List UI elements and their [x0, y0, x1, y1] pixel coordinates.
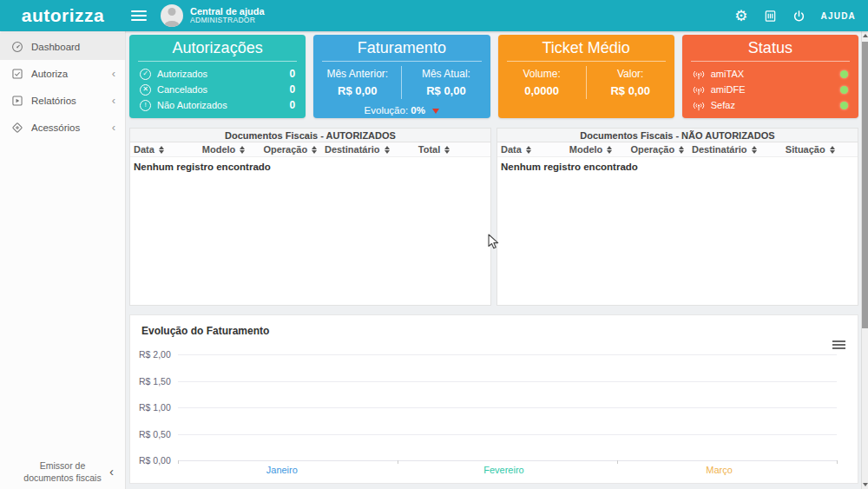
column-header-operacao[interactable]: Operação	[260, 144, 321, 155]
page-scrollbar[interactable]	[861, 31, 868, 489]
avatar-body-shape	[165, 21, 180, 27]
sidebar-item-label: Relatórios	[31, 96, 76, 106]
company-icon[interactable]	[764, 10, 777, 23]
row-value: 0	[290, 68, 296, 80]
chart-card: Evolução do Faturamento R$ 2,00 R$ 1,50 …	[129, 314, 858, 484]
status-row-sefaz: Sefaz	[682, 97, 858, 113]
chart-menu-icon[interactable]	[832, 340, 845, 349]
table-nao-autorizados: Documentos Fiscais - NÃO AUTORIZADOS Dat…	[496, 128, 858, 306]
column-label: Mês Atual:	[402, 68, 490, 80]
sort-icon[interactable]	[830, 146, 835, 154]
card-title: Ticket Médio	[498, 35, 674, 57]
column-value: R$ 0,00	[402, 84, 490, 97]
column-label: Modelo	[569, 144, 603, 155]
sidebar-item-acessorios[interactable]: Acessórios ‹	[0, 114, 125, 141]
column-label: Data	[134, 144, 155, 155]
reports-icon	[11, 95, 23, 107]
sort-icon[interactable]	[526, 146, 531, 154]
column-header-situacao[interactable]: Situação	[782, 144, 858, 155]
scroll-down-arrow-icon[interactable]	[863, 483, 868, 486]
tables-row: Documentos Fiscais - AUTORIZADOS Data Mo…	[129, 128, 858, 306]
column-header-modelo[interactable]: Modelo	[566, 144, 628, 155]
hamburger-menu-icon[interactable]	[131, 10, 147, 21]
service-label: Sefaz	[711, 100, 735, 110]
cancelados-row: ✕ Cancelados 0	[129, 82, 306, 97]
sidebar: Dashboard Autoriza ‹ Relatórios ‹ Acessó…	[0, 31, 126, 489]
sort-icon[interactable]	[679, 146, 684, 154]
x-axis-tick-mark	[398, 460, 398, 464]
volume-column: Volume: 0,0000	[498, 66, 586, 99]
card-divider	[322, 61, 481, 62]
collapse-sidebar-chevron-icon[interactable]: ‹	[109, 463, 114, 480]
gear-glyph: ⚙	[734, 9, 747, 23]
column-label: Data	[501, 144, 522, 155]
card-title: Faturamento	[313, 35, 490, 57]
power-icon[interactable]	[792, 10, 806, 23]
card-divider	[691, 61, 850, 62]
sidebar-item-label: Autoriza	[31, 69, 68, 79]
column-header-total[interactable]: Total	[415, 144, 490, 155]
x-axis-tick-mark	[178, 460, 179, 464]
card-divider	[138, 61, 297, 62]
online-status-dot	[840, 86, 848, 94]
column-value: 0,0000	[498, 84, 586, 97]
column-header-destinatario[interactable]: Destinatário	[688, 144, 782, 155]
card-divider	[507, 61, 666, 62]
settings-gear-icon[interactable]: ⚙	[734, 9, 747, 23]
user-info[interactable]: Central de ajuda ADMINISTRADOR	[190, 6, 265, 25]
sidebar-item-autoriza[interactable]: Autoriza ‹	[0, 60, 125, 87]
online-status-dot	[840, 102, 848, 109]
sidebar-item-label: Dashboard	[31, 42, 80, 52]
sort-icon[interactable]	[385, 146, 390, 154]
row-value: 0	[290, 83, 296, 96]
sidebar-nav-list: Dashboard Autoriza ‹ Relatórios ‹ Acessó…	[0, 31, 125, 141]
avatar-head-shape	[168, 8, 176, 16]
scrollbar-thumb[interactable]	[862, 42, 868, 328]
broadcast-icon	[693, 69, 705, 80]
column-value: R$ 0,00	[587, 84, 674, 97]
column-label: Volume:	[498, 68, 586, 80]
sidebar-item-relatorios[interactable]: Relatórios ‹	[0, 87, 125, 114]
table-autorizados: Documentos Fiscais - AUTORIZADOS Data Mo…	[129, 128, 491, 306]
main-content: Autorizações ✓ Autorizados 0 ✕ Cancelado…	[127, 31, 861, 489]
user-role-label: ADMINISTRADOR	[190, 17, 265, 25]
column-label: Destinatário	[325, 144, 380, 155]
service-label: amiDFE	[711, 84, 746, 95]
sidebar-item-dashboard[interactable]: Dashboard	[0, 33, 125, 60]
column-header-modelo[interactable]: Modelo	[199, 144, 260, 155]
column-header-destinatario[interactable]: Destinatário	[321, 144, 415, 155]
column-header-data[interactable]: Data	[497, 144, 566, 155]
checkbox-icon	[11, 68, 23, 80]
status-row-amitax: amiTAX	[682, 66, 858, 82]
help-link[interactable]: AJUDA	[821, 11, 856, 21]
sort-icon[interactable]	[159, 146, 164, 154]
gridline	[178, 354, 837, 355]
sort-icon[interactable]	[312, 146, 317, 154]
app-logo[interactable]: autorizza	[22, 5, 105, 26]
table-header-row: Data Modelo Operação Destinatário Situaç…	[497, 142, 858, 157]
row-label: Não Autorizados	[157, 100, 227, 110]
autorizados-row: ✓ Autorizados 0	[129, 66, 306, 82]
sort-icon[interactable]	[444, 146, 450, 154]
ticket-medio-columns: Volume: 0,0000 Valor: R$ 0,00	[498, 66, 674, 99]
avatar[interactable]	[161, 4, 183, 27]
column-header-data[interactable]: Data	[130, 144, 199, 155]
scroll-up-arrow-icon[interactable]	[863, 34, 868, 37]
service-label: amiTAX	[711, 69, 744, 79]
column-label: Situação	[786, 144, 825, 155]
row-value: 0	[290, 99, 296, 111]
exclamation-circle-icon: !	[140, 100, 151, 111]
chart-title: Evolução do Faturamento	[130, 315, 858, 337]
sort-icon[interactable]	[240, 146, 245, 154]
chevron-left-icon: ‹	[112, 68, 115, 79]
column-value: R$ 0,00	[313, 84, 401, 97]
sort-icon[interactable]	[752, 146, 757, 154]
sort-icon[interactable]	[607, 146, 612, 154]
table-title: Documentos Fiscais - AUTORIZADOS	[130, 129, 490, 142]
accessories-icon	[11, 122, 23, 134]
table-title: Documentos Fiscais - NÃO AUTORIZADOS	[497, 129, 858, 142]
kpi-cards-row: Autorizações ✓ Autorizados 0 ✕ Cancelado…	[129, 35, 858, 118]
x-axis-label-fevereiro: Fevereiro	[483, 465, 523, 475]
logo-area: autorizza	[0, 5, 126, 26]
column-header-operacao[interactable]: Operação	[627, 144, 688, 155]
